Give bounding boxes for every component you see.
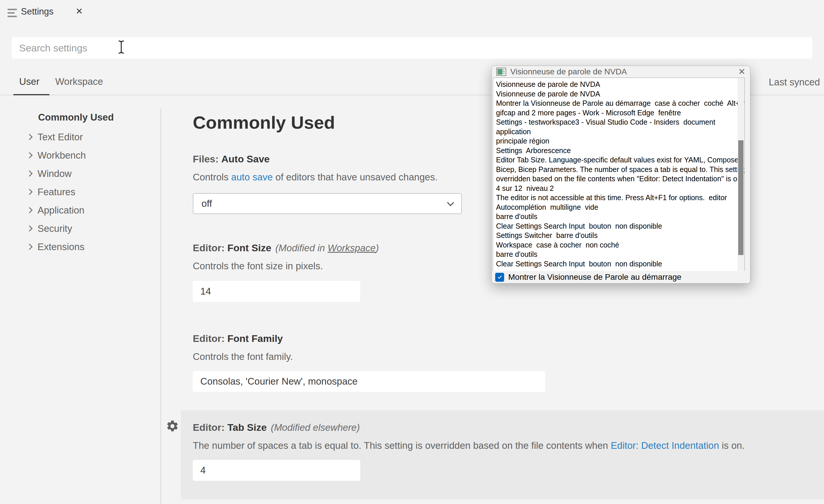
nvda-speech-line: Visionneuse de parole de NVDA	[496, 89, 736, 99]
nvda-speech-line: Bicep, Bicep Parameters. The number of s…	[496, 165, 736, 174]
setting-files-auto-save: Files: Auto Save Controls auto save of e…	[193, 153, 462, 214]
setting-description: Controls the font family.	[193, 351, 545, 362]
setting-description: The number of spaces a tab is equal to. …	[193, 440, 745, 451]
nvda-speech-line: Settings Arborescence	[496, 146, 736, 155]
auto-save-select[interactable]: off	[193, 193, 462, 214]
chevron-right-icon	[26, 244, 32, 250]
modified-in-workspace-link[interactable]: Workspace	[328, 243, 376, 253]
chevron-down-icon	[447, 199, 454, 206]
sidebar-item[interactable]: Text Editor	[27, 128, 86, 146]
settings-list-icon	[8, 9, 17, 17]
nvda-speech-line: 4 sur 12 niveau 2	[496, 183, 736, 193]
search-input[interactable]	[12, 37, 812, 59]
tab-user[interactable]: User	[19, 76, 39, 87]
nvda-scrollbar[interactable]	[738, 78, 744, 271]
tab-workspace[interactable]: Workspace	[55, 76, 103, 87]
nvda-speech-line: Settings Switcher barre d'outils	[496, 231, 736, 240]
nvda-footer: Montrer la Visionneuse de Parole au déma…	[492, 271, 750, 283]
chevron-right-icon	[26, 189, 32, 195]
setting-title: Editor: Tab Size(Modified elsewhere)	[193, 422, 745, 433]
sidebar-item[interactable]: Application	[27, 201, 86, 219]
close-icon[interactable]: ✕	[738, 68, 745, 76]
auto-save-link[interactable]: auto save	[231, 172, 273, 182]
nvda-speech-log[interactable]: Visionneuse de parole de NVDAVisionneuse…	[493, 78, 745, 272]
setting-editor-font-size: Editor: Font Size(Modified in Workspace)…	[193, 242, 379, 302]
nvda-speech-line: Workspace case à cocher non coché	[496, 240, 736, 250]
last-synced-label: Last synced	[769, 77, 820, 88]
setting-title: Editor: Font Family	[193, 333, 545, 344]
nvda-speech-line: Clear Settings Search Input bouton non d…	[496, 259, 736, 269]
show-on-startup-checkbox[interactable]	[495, 273, 504, 282]
sidebar-item[interactable]: Window	[27, 164, 86, 183]
close-tab-icon[interactable]: ✕	[76, 7, 83, 16]
nvda-speech-line: barre d'outils	[496, 212, 736, 221]
text-cursor-icon	[117, 40, 126, 55]
font-family-input[interactable]	[193, 371, 545, 392]
setting-title: Editor: Font Size(Modified in Workspace)	[193, 242, 379, 254]
setting-title: Files: Auto Save	[193, 153, 462, 165]
nvda-speech-viewer-window: Visionneuse de parole de NVDA ✕ Visionne…	[491, 66, 750, 283]
settings-tree: Text Editor Workbench Window Features Ap…	[27, 128, 86, 256]
auto-save-selected-value: off	[202, 198, 212, 209]
chevron-right-icon	[26, 225, 32, 232]
active-tab-underline	[13, 94, 49, 95]
setting-description: Controls the font size in pixels.	[193, 261, 379, 272]
sidebar-item[interactable]: Security	[27, 219, 86, 238]
sidebar-item[interactable]: Features	[27, 183, 86, 201]
setting-editor-font-family: Editor: Font Family Controls the font fa…	[193, 333, 545, 392]
nvda-speech-line: gifcap and 2 more pages - Work - Microso…	[496, 108, 736, 118]
nvda-speech-line: Montrer la Visionneuse de Parole au déma…	[496, 99, 736, 108]
chevron-right-icon	[26, 207, 32, 213]
setting-editor-tab-size: Editor: Tab Size(Modified elsewhere) The…	[193, 422, 745, 481]
font-size-input[interactable]	[193, 281, 360, 302]
detect-indentation-link[interactable]: Editor: Detect Indentation	[611, 440, 719, 451]
nvda-speech-line: Clear Settings Search Input bouton non d…	[496, 221, 736, 231]
sidebar-item[interactable]: Workbench	[27, 146, 86, 164]
page-title: Commonly Used	[193, 112, 335, 133]
setting-description: Controls auto save of editors that have …	[193, 172, 462, 183]
nvda-speech-line: Autocomplétion multiligne vide	[496, 203, 736, 212]
nvda-speech-line: principale région	[496, 136, 736, 146]
nvda-speech-line: Settings - testworkspace3 - Visual Studi…	[496, 117, 736, 127]
sidebar-item-commonly-used[interactable]: Commonly Used	[38, 112, 114, 123]
nvda-speech-line: Visionneuse de parole de NVDA	[496, 80, 736, 89]
nvda-speech-line: Editor Tab Size. Language-specific defau…	[496, 155, 736, 165]
nvda-speech-line: overridden based on the file contents wh…	[496, 174, 736, 183]
nvda-speech-line: The editor is not accessible at this tim…	[496, 193, 736, 203]
show-on-startup-label: Montrer la Visionneuse de Parole au déma…	[508, 272, 682, 282]
chevron-right-icon	[26, 134, 32, 140]
nvda-speech-line: barre d'outils	[496, 250, 736, 259]
tab-size-input[interactable]	[193, 460, 360, 481]
nvda-app-icon	[496, 68, 506, 76]
sidebar-divider	[161, 108, 161, 504]
chevron-right-icon	[26, 152, 32, 158]
nvda-titlebar[interactable]: Visionneuse de parole de NVDA ✕	[492, 66, 750, 78]
chevron-right-icon	[26, 170, 32, 176]
nvda-speech-line: application	[496, 127, 736, 137]
sidebar-item[interactable]: Extensions	[27, 238, 86, 256]
nvda-scrollbar-thumb[interactable]	[738, 140, 743, 255]
nvda-window-title: Visionneuse de parole de NVDA	[510, 67, 738, 77]
editor-tab-title[interactable]: Settings	[21, 6, 54, 17]
gear-icon[interactable]	[166, 419, 179, 434]
